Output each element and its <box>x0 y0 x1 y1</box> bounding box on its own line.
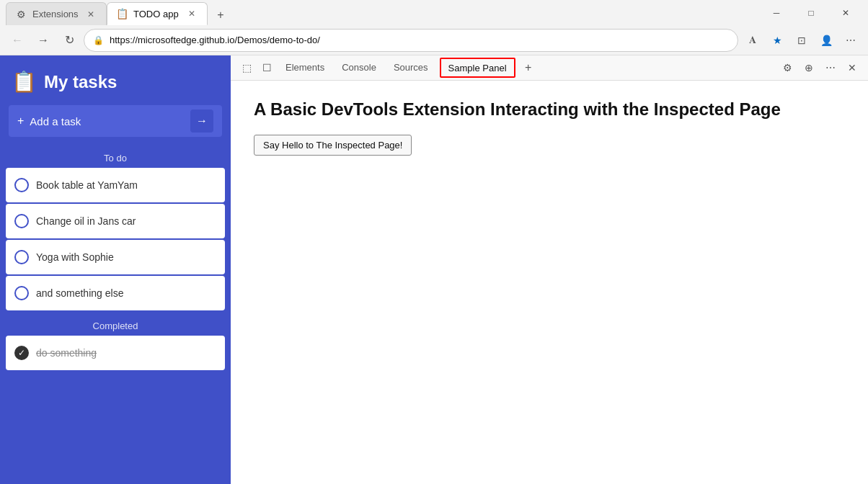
address-actions: 𝐀 ★ ⊡ 👤 ⋯ <box>741 29 862 52</box>
task-checkbox-0[interactable] <box>14 178 29 192</box>
favorites-button[interactable]: ★ <box>766 29 789 52</box>
add-task-plus-icon: + <box>17 115 24 127</box>
refresh-button[interactable]: ↻ <box>58 29 81 52</box>
task-text-3: and something else <box>36 287 123 299</box>
tab-bar: ⚙ Extensions ✕ 📋 TODO app ✕ + <box>6 0 760 25</box>
url-text: https://microsoftedge.github.io/Demos/de… <box>110 35 729 45</box>
say-hello-button[interactable]: Say Hello to The Inspected Page! <box>254 135 412 156</box>
back-button[interactable]: ← <box>6 29 29 52</box>
tab-sample-panel[interactable]: Sample Panel <box>440 58 515 78</box>
add-task-input[interactable]: Add a task <box>30 115 190 127</box>
task-item[interactable]: Yoga with Sophie <box>6 240 225 274</box>
address-bar: ← → ↻ 🔒 https://microsoftedge.github.io/… <box>0 25 868 55</box>
task-item[interactable]: and something else <box>6 276 225 310</box>
completed-task-item[interactable]: do something <box>6 336 225 370</box>
minimize-button[interactable]: ─ <box>760 1 793 24</box>
lock-icon: 🔒 <box>93 35 104 45</box>
todo-header-title: My tasks <box>44 72 117 92</box>
completed-section-label: Completed <box>0 316 231 336</box>
task-item[interactable]: Change oil in Jans car <box>6 204 225 238</box>
add-task-bar[interactable]: + Add a task → <box>9 105 222 137</box>
maximize-button[interactable]: □ <box>794 1 828 24</box>
todo-tab-icon: 📋 <box>116 8 128 19</box>
devtools-toolbar: ⬚ ☐ Elements Console Sources Sample Pane… <box>231 55 868 81</box>
devtools-right-actions: ⚙ ⊕ ⋯ ✕ <box>777 58 862 78</box>
window-controls: ─ □ ✕ <box>760 1 862 24</box>
add-devtools-tab-button[interactable]: + <box>518 58 539 78</box>
todo-section-label: To do <box>0 148 231 168</box>
title-bar: ⚙ Extensions ✕ 📋 TODO app ✕ + ─ □ ✕ <box>0 0 868 25</box>
task-checkbox-2[interactable] <box>14 250 29 264</box>
tab-elements[interactable]: Elements <box>277 55 333 81</box>
device-emulation-button[interactable]: ☐ <box>257 58 277 78</box>
devtools-heading: A Basic DevTools Extension Interacting w… <box>254 98 845 120</box>
close-button[interactable]: ✕ <box>829 1 862 24</box>
todo-tab-close[interactable]: ✕ <box>185 7 198 20</box>
extensions-tab-close[interactable]: ✕ <box>84 8 97 21</box>
task-text-0: Book table at YamYam <box>36 179 138 191</box>
extensions-tab-icon: ⚙ <box>15 9 27 20</box>
tab-extensions[interactable]: ⚙ Extensions ✕ <box>6 2 107 25</box>
task-checkbox-done-0[interactable] <box>14 346 29 360</box>
profile-button[interactable]: 👤 <box>815 29 838 52</box>
add-task-arrow-button[interactable]: → <box>190 109 213 133</box>
tab-todo-app[interactable]: 📋 TODO app ✕ <box>107 2 208 25</box>
todo-header-icon: 📋 <box>12 70 37 94</box>
devtools-panel: ⬚ ☐ Elements Console Sources Sample Pane… <box>231 55 868 484</box>
devtools-tabs: Elements Console Sources Sample Panel + <box>277 55 777 81</box>
todo-header: 📋 My tasks <box>0 55 231 105</box>
completed-section: Completed do something <box>0 316 231 370</box>
devtools-content: A Basic DevTools Extension Interacting w… <box>231 81 868 484</box>
browser-window: ⚙ Extensions ✕ 📋 TODO app ✕ + ─ □ ✕ ← → … <box>0 0 868 484</box>
collections-button[interactable]: ⊡ <box>790 29 813 52</box>
settings-more-button[interactable]: ⋯ <box>839 29 862 52</box>
task-text-done-0: do something <box>36 347 97 359</box>
task-checkbox-1[interactable] <box>14 214 29 228</box>
extensions-tab-label: Extensions <box>32 9 79 19</box>
read-aloud-button[interactable]: 𝐀 <box>741 29 764 52</box>
devtools-connect-button[interactable]: ⊕ <box>799 58 819 78</box>
task-text-1: Change oil in Jans car <box>36 215 136 227</box>
url-bar[interactable]: 🔒 https://microsoftedge.github.io/Demos/… <box>84 29 738 52</box>
tab-sources[interactable]: Sources <box>385 55 437 81</box>
task-checkbox-3[interactable] <box>14 286 29 300</box>
devtools-settings-button[interactable]: ⚙ <box>777 58 797 78</box>
main-area: 📋 My tasks + Add a task → To do Book tab… <box>0 55 868 484</box>
devtools-more-button[interactable]: ⋯ <box>820 58 841 78</box>
todo-task-list: Book table at YamYam Change oil in Jans … <box>0 168 231 310</box>
completed-task-list: do something <box>0 336 231 370</box>
task-text-2: Yoga with Sophie <box>36 251 114 263</box>
todo-tab-label: TODO app <box>133 9 180 19</box>
task-item[interactable]: Book table at YamYam <box>6 168 225 202</box>
new-tab-button[interactable]: + <box>211 5 231 25</box>
forward-button[interactable]: → <box>32 29 55 52</box>
inspect-element-button[interactable]: ⬚ <box>236 58 257 78</box>
tab-console[interactable]: Console <box>333 55 385 81</box>
devtools-close-button[interactable]: ✕ <box>842 58 862 78</box>
todo-sidebar: 📋 My tasks + Add a task → To do Book tab… <box>0 55 231 484</box>
